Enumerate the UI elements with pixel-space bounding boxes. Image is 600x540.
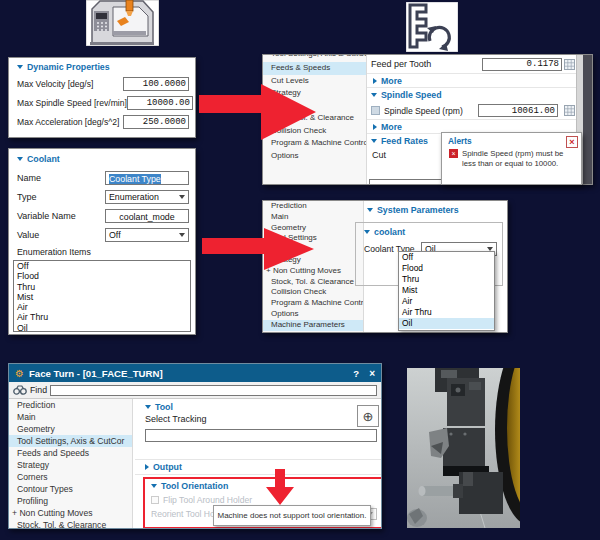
dynamic-properties-header[interactable]: Dynamic Properties: [17, 62, 195, 72]
tree-item-prediction[interactable]: Prediction: [9, 399, 132, 411]
tree-item-non-cutting-moves[interactable]: + Non Cutting Moves: [9, 507, 132, 519]
max-velocity-label: Max Velocity [deg/s]: [17, 79, 93, 89]
crosshair-button[interactable]: ⊕: [357, 405, 379, 427]
tree-item-tool-settings[interactable]: Tool Settings, Axis & CutCor: [9, 435, 132, 447]
help-button[interactable]: ?: [353, 368, 359, 379]
group-title: Dynamic Properties: [27, 62, 110, 72]
calculator-icon[interactable]: [564, 105, 575, 116]
coolant-header[interactable]: Coolant: [17, 154, 195, 164]
tree-item-machine-parameters[interactable]: Machine Parameters: [263, 320, 363, 331]
tree-item-feeds-speeds[interactable]: Feeds & Speeds: [263, 62, 366, 75]
tree-item-profiling[interactable]: Profiling: [9, 495, 132, 507]
alert-close-button[interactable]: ×: [566, 136, 578, 148]
max-acceleration-input[interactable]: [123, 115, 189, 129]
dialog-title: Face Turn - [01_FACE_TURN]: [29, 368, 163, 379]
value-dropdown[interactable]: Off: [105, 228, 189, 242]
spindle-speed-group[interactable]: Spindle Speed: [367, 88, 579, 102]
cut-label: Cut: [372, 150, 386, 160]
binoculars-icon: [13, 385, 27, 395]
expander-open-icon: [371, 93, 377, 97]
type-dropdown[interactable]: Enumeration: [105, 190, 189, 204]
dropdown-option[interactable]: Air: [399, 296, 494, 307]
dialog-close-button[interactable]: ×: [369, 368, 375, 379]
tree-item-geometry[interactable]: Geometry: [9, 423, 132, 435]
flip-tool-checkbox[interactable]: [151, 496, 159, 504]
dropdown-caret-icon: [179, 195, 185, 199]
dropdown-option-selected[interactable]: Oil: [399, 318, 494, 329]
tree-item-main[interactable]: Main: [263, 212, 363, 223]
tree-item-stock-tol[interactable]: Stock, Tol. & Clearance: [263, 277, 363, 288]
face-turn-dialog: ⚙ Face Turn - [01_FACE_TURN] ? × Find Pr…: [8, 363, 382, 529]
spindle-speed-input[interactable]: [478, 104, 558, 117]
tree-item-main[interactable]: Main: [9, 411, 132, 423]
find-input[interactable]: [50, 385, 377, 396]
tree-item-contour-types[interactable]: Contour Types: [9, 483, 132, 495]
expander-open-icon: [17, 65, 23, 69]
find-label: Find: [30, 385, 47, 395]
spindle-speed-label: Spindle Speed (rpm): [384, 106, 463, 116]
tooltip: Machine does not support tool orientatio…: [213, 505, 371, 526]
red-arrow-right-icon: [199, 84, 316, 140]
dynamic-properties-panel: Dynamic Properties Max Velocity [deg/s] …: [8, 57, 196, 138]
coolant-dropdown-list: Off Flood Thru Mist Air Air Thru Oil: [398, 251, 495, 331]
turret-tool-3d-view: [407, 368, 520, 528]
max-spindle-speed-label: Max Spindle Speed [rev/min]: [17, 98, 127, 108]
type-label: Type: [17, 192, 37, 202]
tree-item-options[interactable]: Options: [263, 309, 363, 320]
face-turn-tree: Prediction Main Geometry Tool Settings, …: [9, 399, 133, 529]
alerts-popup: Alerts × × Spindle Speed (rpm) must be l…: [441, 132, 582, 185]
system-parameters-group[interactable]: System Parameters: [367, 205, 459, 215]
list-item[interactable]: Oil: [14, 323, 190, 333]
dropdown-caret-icon: [179, 233, 185, 237]
machine-tool-icon: [86, 0, 159, 46]
list-item[interactable]: Mist: [14, 292, 190, 302]
tree-item-collision-check[interactable]: Collision Check: [263, 287, 363, 298]
more-expander-1[interactable]: More: [367, 74, 579, 87]
tree-item-prediction[interactable]: Prediction: [263, 201, 363, 212]
max-acceleration-label: Max Acceleration [deg/s^2]: [17, 117, 119, 127]
feed-per-tooth-input[interactable]: [482, 58, 562, 71]
calculator-icon[interactable]: [564, 59, 575, 70]
list-item[interactable]: Air: [14, 302, 190, 312]
dropdown-option[interactable]: Mist: [399, 285, 494, 296]
face-turn-content: Tool Select Tracking ⊕ Output Tool Chang…: [135, 399, 382, 529]
tree-item-options[interactable]: Options: [263, 150, 366, 163]
tree-item-stock-tol[interactable]: Stock, Tol. & Clearance: [9, 519, 132, 529]
alerts-title: Alerts: [448, 136, 581, 146]
list-item[interactable]: Thru: [14, 282, 190, 292]
graphics-viewport-3d[interactable]: [407, 368, 520, 528]
list-item[interactable]: Flood: [14, 271, 190, 281]
spindle-speed-checkbox[interactable]: [371, 106, 380, 115]
dialog-titlebar: ⚙ Face Turn - [01_FACE_TURN] ? ×: [9, 364, 381, 382]
list-item[interactable]: Air Thru: [14, 312, 190, 322]
name-input[interactable]: Coolant Type: [105, 171, 189, 185]
list-item[interactable]: Off: [14, 261, 190, 271]
variable-name-input[interactable]: coolant_mode: [105, 209, 189, 223]
tree-item-program-machine[interactable]: Program & Machine Control: [263, 298, 363, 309]
max-spindle-speed-input[interactable]: [127, 96, 193, 110]
dropdown-option[interactable]: Off: [399, 252, 494, 263]
selected-text: Coolant Type: [109, 174, 161, 184]
tree-item-corners[interactable]: Corners: [9, 471, 132, 483]
enumeration-listbox[interactable]: Off Flood Thru Mist Air Air Thru Oil: [13, 260, 191, 332]
max-velocity-input[interactable]: [123, 77, 189, 91]
expander-open-icon: [367, 208, 373, 212]
tool-group[interactable]: Tool: [145, 402, 382, 412]
dropdown-option[interactable]: Air Thru: [399, 307, 494, 318]
value-label: Value: [17, 230, 39, 240]
dropdown-option[interactable]: Thru: [399, 274, 494, 285]
tracking-input[interactable]: [145, 429, 377, 442]
tree-item-feeds-speeds[interactable]: Feeds and Speeds: [9, 447, 132, 459]
coolant-group[interactable]: coolant: [364, 227, 502, 237]
expander-open-icon: [371, 139, 377, 143]
output-expander[interactable]: Output: [135, 460, 382, 474]
tree-item-partial[interactable]: Tool Settings, Axis & CutCo: [263, 55, 366, 62]
variable-name-label: Variable Name: [17, 211, 76, 221]
red-arrow-down-icon: [264, 469, 296, 505]
expander-open-icon: [364, 230, 370, 234]
expander-closed-icon: [373, 124, 377, 130]
dropdown-option[interactable]: Flood: [399, 263, 494, 274]
enumeration-items-label: Enumeration Items: [17, 247, 195, 257]
tree-item-strategy[interactable]: Strategy: [9, 459, 132, 471]
group-title: Coolant: [27, 154, 60, 164]
